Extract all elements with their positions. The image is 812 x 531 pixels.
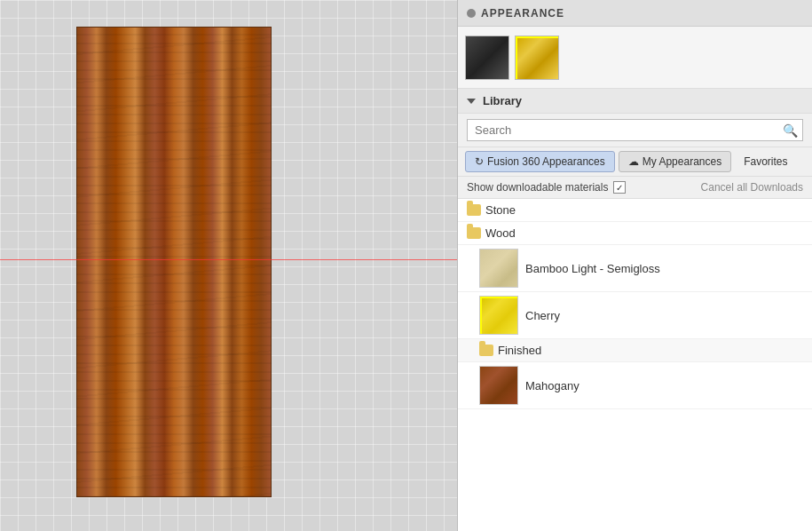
folder-finished-icon <box>479 345 493 356</box>
material-bamboo-thumb <box>479 249 518 288</box>
panel-header: APPEARANCE <box>458 0 812 27</box>
folder-stone-icon <box>467 204 481 216</box>
panel-header-icon <box>467 9 476 18</box>
downloadable-row: Show downloadable materials Cancel all D… <box>458 177 812 199</box>
folder-wood[interactable]: Wood <box>458 222 812 245</box>
folder-finished-label: Finished <box>498 344 541 357</box>
tab-my-appearances[interactable]: ☁ My Appearances <box>619 151 731 172</box>
library-header[interactable]: Library <box>458 89 812 114</box>
material-mahogany-label: Mahogany <box>525 379 579 392</box>
folder-wood-icon <box>467 227 481 239</box>
folder-stone-label: Stone <box>485 203 516 217</box>
canvas-area <box>0 0 457 531</box>
material-cherry-label: Cherry <box>525 309 560 322</box>
cancel-downloads-label: Cancel all Downloads <box>701 181 803 194</box>
search-bar: 🔍 <box>458 114 812 147</box>
material-cherry-thumb <box>479 296 518 335</box>
library-section: Library 🔍 ↻ Fusion 360 Appearances ☁ My … <box>458 89 812 531</box>
tab-favorites-label: Favorites <box>744 155 787 168</box>
panel-title: APPEARANCE <box>481 7 564 20</box>
library-title: Library <box>483 94 522 107</box>
downloadable-label: Show downloadable materials <box>467 181 608 194</box>
search-button[interactable]: 🔍 <box>783 123 798 138</box>
material-bamboo[interactable]: Bamboo Light - Semigloss <box>458 245 812 292</box>
appearance-panel: APPEARANCE Library 🔍 ↻ Fusion 360 Appear… <box>457 0 812 531</box>
thumb-dark-item[interactable] <box>465 36 509 80</box>
wood-plank <box>76 27 272 497</box>
items-list: Stone Wood Bamboo Light - Semigloss <box>458 199 812 531</box>
tab-fusion360[interactable]: ↻ Fusion 360 Appearances <box>465 151 615 172</box>
downloadable-checkbox[interactable] <box>613 181 626 194</box>
material-cherry[interactable]: Cherry <box>458 292 812 339</box>
mahogany-swatch <box>480 367 518 405</box>
cherry-swatch <box>480 297 518 335</box>
tab-favorites[interactable]: Favorites <box>735 152 796 171</box>
red-axis-line <box>0 259 457 260</box>
cloud-icon: ☁ <box>628 155 639 168</box>
tab-my-appearances-label: My Appearances <box>643 155 721 168</box>
thumb-yellow-swatch <box>516 36 559 80</box>
material-mahogany-thumb <box>479 366 518 405</box>
search-input[interactable] <box>467 119 803 141</box>
thumb-yellow-item[interactable] <box>515 36 559 80</box>
folder-finished[interactable]: Finished <box>458 339 812 362</box>
folder-stone[interactable]: Stone <box>458 199 812 222</box>
thumb-dark-swatch <box>466 36 509 80</box>
material-bamboo-label: Bamboo Light - Semigloss <box>525 262 660 275</box>
thumbnail-area <box>458 27 812 89</box>
refresh-icon: ↻ <box>475 155 484 168</box>
folder-wood-label: Wood <box>485 226 516 240</box>
bamboo-swatch <box>480 250 518 288</box>
expand-triangle-icon <box>467 99 476 104</box>
tab-bar: ↻ Fusion 360 Appearances ☁ My Appearance… <box>458 147 812 177</box>
tab-fusion360-label: Fusion 360 Appearances <box>487 155 605 168</box>
material-mahogany[interactable]: Mahogany <box>458 362 812 409</box>
